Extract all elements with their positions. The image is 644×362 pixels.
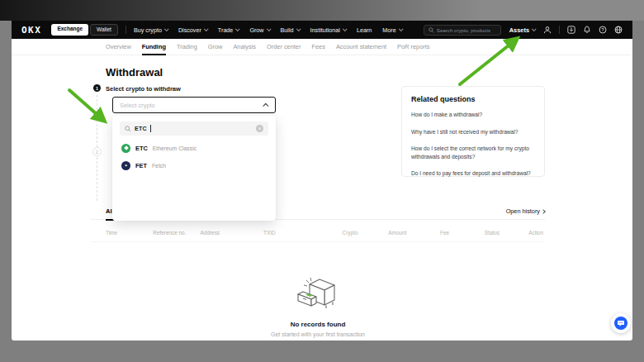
etc-coin-icon xyxy=(121,144,130,153)
empty-box-icon xyxy=(296,275,339,313)
related-questions-title: Related questions xyxy=(411,95,535,103)
text-caret xyxy=(150,125,151,132)
chevron-down-icon xyxy=(266,26,271,31)
menu-buy-crypto[interactable]: Buy crypto xyxy=(134,26,168,34)
nav-divider xyxy=(125,26,126,34)
col-amount: Amount xyxy=(374,230,421,236)
question-link[interactable]: How do I select the correct network for … xyxy=(411,145,535,160)
tab-fees[interactable]: Fees xyxy=(311,39,324,55)
chat-bubble-icon xyxy=(614,317,627,330)
globe-icon[interactable] xyxy=(614,26,623,34)
chevron-down-icon xyxy=(296,26,301,31)
chevron-down-icon xyxy=(204,26,209,31)
funding-tabs: Overview Funding Trading Grow Analysis O… xyxy=(12,39,632,55)
question-link[interactable]: How do I make a withdrawal? xyxy=(411,111,535,119)
chevron-down-icon xyxy=(235,26,240,31)
nav-divider xyxy=(559,26,560,34)
col-time: Time xyxy=(106,230,153,236)
assets-dropdown[interactable]: Assets xyxy=(509,26,535,34)
empty-state: No records found Get started with your f… xyxy=(91,275,545,337)
step-1-badge: 1 xyxy=(93,84,101,92)
step-2-badge: 2 xyxy=(92,147,102,156)
search-input[interactable]: Search crypto, products xyxy=(424,25,501,36)
col-txid: TXID xyxy=(263,230,326,236)
exchange-wallet-toggle: Exchange Wallet xyxy=(51,24,118,36)
svg-text:?: ? xyxy=(601,27,604,32)
search-value: ETC xyxy=(135,126,147,131)
step-1-label: Select crypto to withdraw xyxy=(106,85,181,93)
menu-grow[interactable]: Grow xyxy=(249,26,269,34)
tab-trading[interactable]: Trading xyxy=(177,39,197,55)
menu-more[interactable]: More xyxy=(382,26,401,34)
user-icon[interactable] xyxy=(543,26,552,34)
menu-build[interactable]: Build xyxy=(281,26,300,34)
tab-analysis[interactable]: Analysis xyxy=(233,39,256,55)
clear-search-icon[interactable]: × xyxy=(256,125,263,132)
toggle-wallet[interactable]: Wallet xyxy=(90,24,118,36)
chevron-down-icon xyxy=(164,26,169,31)
chevron-down-icon xyxy=(343,26,348,31)
menu-discover[interactable]: Discover xyxy=(178,26,207,34)
nav-icon-group: ? xyxy=(543,26,623,34)
page-title: Withdrawal xyxy=(106,66,163,79)
open-history-link[interactable]: Open history xyxy=(506,207,545,215)
search-icon xyxy=(429,27,434,33)
search-icon xyxy=(125,126,131,132)
empty-state-subtitle: Get started with your first transaction xyxy=(91,331,545,337)
coin-option-etc[interactable]: ETC Ethereum Classic xyxy=(112,140,276,156)
tab-overview[interactable]: Overview xyxy=(106,39,131,55)
chevron-right-icon xyxy=(541,209,546,214)
crypto-select[interactable]: Select crypto xyxy=(112,97,276,113)
bell-icon[interactable] xyxy=(583,26,591,34)
fet-coin-icon: ✦ xyxy=(121,161,130,170)
menu-institutional[interactable]: Institutional xyxy=(310,26,346,34)
desktop-background xyxy=(0,0,644,21)
col-status: Status xyxy=(468,230,515,236)
chevron-down-icon xyxy=(532,26,537,31)
col-reference: Reference no. xyxy=(153,230,200,236)
coin-option-fet[interactable]: ✦ FET Fetch xyxy=(112,157,276,174)
select-placeholder: Select crypto xyxy=(120,102,264,109)
tab-funding[interactable]: Funding xyxy=(142,39,166,55)
okx-logo[interactable]: OKX xyxy=(21,25,41,36)
toggle-exchange[interactable]: Exchange xyxy=(51,24,88,36)
tab-order-center[interactable]: Order center xyxy=(267,39,301,55)
question-link[interactable]: Why have I still not received my withdra… xyxy=(411,128,535,136)
tab-grow[interactable]: Grow xyxy=(208,39,223,55)
history-table-header: Time Reference no. Address TXID Crypto A… xyxy=(91,230,545,236)
tab-por-reports[interactable]: PoR reports xyxy=(397,39,429,55)
crypto-search-input[interactable]: ETC × xyxy=(120,121,268,136)
nav-menu: Buy crypto Discover Trade Grow Build Ins… xyxy=(134,26,402,34)
download-icon[interactable] xyxy=(567,26,575,34)
question-link[interactable]: Do I need to pay fees for deposit and wi… xyxy=(411,169,535,178)
chat-support-button[interactable] xyxy=(611,313,631,333)
help-icon[interactable]: ? xyxy=(599,26,607,34)
top-navbar: OKX Exchange Wallet Buy crypto Discover … xyxy=(12,21,632,39)
tab-account-statement[interactable]: Account statement xyxy=(336,39,386,55)
col-action: Action xyxy=(516,230,543,236)
related-questions-card: Related questions How do I make a withdr… xyxy=(401,86,545,177)
divider xyxy=(91,241,545,242)
crypto-dropdown-panel: ETC × ETC Ethereum Classic ✦ FET Fetch xyxy=(112,116,276,221)
menu-trade[interactable]: Trade xyxy=(218,26,239,34)
browser-page: OKX Exchange Wallet Buy crypto Discover … xyxy=(12,21,632,341)
col-crypto: Crypto xyxy=(326,230,373,236)
chevron-down-icon xyxy=(399,26,404,31)
search-placeholder: Search crypto, products xyxy=(437,27,490,33)
col-fee: Fee xyxy=(421,230,468,236)
menu-learn[interactable]: Learn xyxy=(357,26,372,34)
chevron-up-icon xyxy=(263,102,268,108)
empty-state-title: No records found xyxy=(91,321,545,328)
col-address: Address xyxy=(201,230,263,236)
